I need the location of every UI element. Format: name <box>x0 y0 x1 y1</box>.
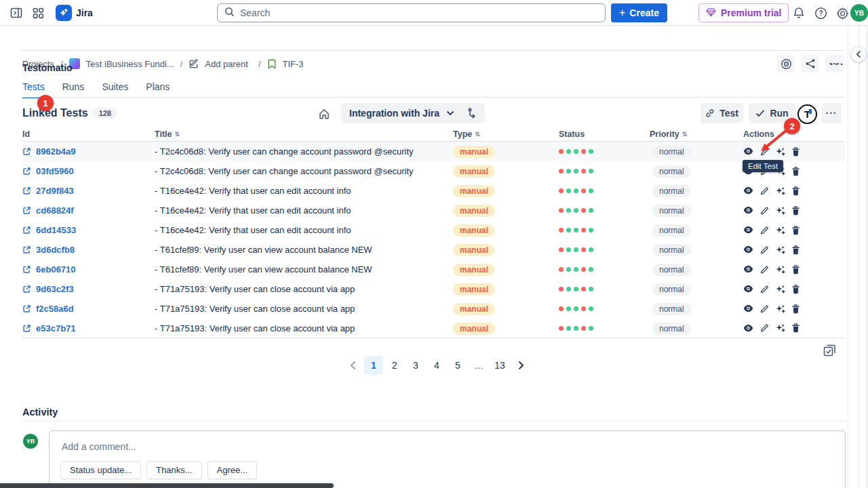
view-test-button[interactable] <box>743 206 753 215</box>
ai-sparkles-button[interactable] <box>775 206 785 216</box>
delete-test-button[interactable] <box>791 147 800 157</box>
pagination-prev-icon[interactable] <box>343 356 362 375</box>
status-dot-passed <box>574 188 578 193</box>
column-header-priority[interactable]: Priority⇅ <box>650 129 743 139</box>
sidebar-toggle-icon[interactable] <box>9 6 23 20</box>
ai-sparkles-button[interactable] <box>775 265 785 274</box>
status-dot-passed <box>566 169 571 174</box>
link-icon <box>705 108 715 118</box>
delete-test-button[interactable] <box>791 186 800 196</box>
delete-test-button[interactable] <box>791 304 800 314</box>
test-id-link[interactable]: 6dd14533 <box>36 225 76 235</box>
test-id-link[interactable]: 9d63c2f3 <box>36 284 74 294</box>
tab-plans[interactable]: Plans <box>146 81 170 98</box>
test-id-link[interactable]: 8962b4a9 <box>36 146 76 157</box>
edit-test-button[interactable] <box>760 323 769 333</box>
search-input[interactable] <box>240 7 598 18</box>
branch-icon[interactable] <box>468 108 477 119</box>
edit-test-tooltip: Edit Test <box>743 160 783 172</box>
edit-test-button[interactable] <box>760 265 769 274</box>
column-header-type[interactable]: Type⇅ <box>453 129 559 139</box>
link-test-button[interactable]: Test <box>701 103 743 123</box>
testomatio-logo-icon[interactable]: T <box>797 104 817 124</box>
external-link-icon <box>22 147 31 156</box>
view-test-button[interactable] <box>743 324 753 333</box>
delete-test-button[interactable] <box>791 285 800 294</box>
settings-gear-icon[interactable] <box>835 6 849 20</box>
delete-test-button[interactable] <box>791 206 800 216</box>
test-id-link[interactable]: 3d6dcfb8 <box>36 245 75 255</box>
breadcrumb-add-parent[interactable]: Add parent <box>205 59 248 69</box>
premium-trial-button[interactable]: Premium trial <box>698 3 789 22</box>
bulk-select-copy-icon[interactable] <box>822 343 837 358</box>
jira-logo-icon[interactable] <box>56 5 72 21</box>
pagination-page-1[interactable]: 1 <box>364 356 383 375</box>
create-button[interactable]: + Create <box>611 3 667 22</box>
edit-test-button[interactable] <box>760 186 769 196</box>
test-id-link[interactable]: f2c58a6d <box>36 304 74 314</box>
tab-runs[interactable]: Runs <box>62 81 85 98</box>
share-button[interactable] <box>802 55 819 73</box>
edit-test-button[interactable] <box>760 206 769 216</box>
type-badge: manual <box>453 283 495 296</box>
edit-test-button[interactable] <box>760 304 769 314</box>
user-avatar[interactable]: YB <box>850 4 868 22</box>
test-id-link[interactable]: 27d9f843 <box>36 186 74 196</box>
content-card-top-border <box>20 50 845 51</box>
external-link-icon <box>22 285 31 293</box>
breadcrumb-row: Projects / Test iBusiness Fundi... / Add… <box>0 26 868 50</box>
collapse-panel-icon[interactable] <box>850 46 867 62</box>
app-switcher-grid-icon[interactable] <box>31 6 45 20</box>
delete-test-button[interactable] <box>791 245 800 255</box>
breadcrumb-project[interactable]: Test iBusiness Fundi... <box>86 59 174 69</box>
status-dot-failed <box>581 306 586 311</box>
home-icon[interactable] <box>317 107 331 121</box>
ai-sparkles-button[interactable] <box>775 285 785 294</box>
ai-sparkles-button[interactable] <box>775 226 785 235</box>
tab-suites[interactable]: Suites <box>102 81 128 98</box>
pagination-page-2[interactable]: 2 <box>385 356 404 375</box>
status-dot-passed <box>589 228 593 232</box>
delete-test-button[interactable] <box>791 323 800 333</box>
ai-sparkles-button[interactable] <box>775 304 785 314</box>
pagination-page-3[interactable]: 3 <box>406 356 425 375</box>
delete-test-button[interactable] <box>791 226 800 235</box>
status-dot-failed <box>581 169 586 174</box>
view-test-button[interactable] <box>743 226 753 235</box>
delete-test-button[interactable] <box>791 265 800 274</box>
column-header-title[interactable]: Title⇅ <box>155 129 453 139</box>
pagination-next-icon[interactable] <box>511 356 530 375</box>
view-test-button[interactable] <box>743 285 753 293</box>
external-link-icon <box>22 167 31 176</box>
project-branch-selector[interactable]: Integration with Jira <box>341 103 485 123</box>
test-id-link[interactable]: e53c7b71 <box>36 323 76 333</box>
edit-test-button[interactable] <box>760 285 769 294</box>
global-search[interactable] <box>217 3 606 22</box>
test-id-link[interactable]: cd68824f <box>36 205 74 216</box>
watch-eye-button[interactable] <box>777 55 795 73</box>
ai-sparkles-button[interactable] <box>775 323 785 333</box>
breadcrumb-issue-key[interactable]: TIF-3 <box>283 59 304 69</box>
quick-reply-button[interactable]: Status update... <box>60 461 141 479</box>
panel-more-button[interactable]: ··· <box>830 58 845 70</box>
quick-reply-button[interactable]: Thanks... <box>146 461 201 479</box>
ai-sparkles-button[interactable] <box>775 245 785 255</box>
edit-test-button[interactable] <box>760 245 769 255</box>
comment-box[interactable]: Add a comment... Status update...Thanks.… <box>49 430 846 488</box>
help-icon[interactable]: ? <box>814 6 827 20</box>
delete-test-button[interactable] <box>791 167 800 176</box>
table-more-button[interactable]: ··· <box>821 103 842 123</box>
view-test-button[interactable] <box>743 265 753 274</box>
view-test-button[interactable] <box>743 186 753 195</box>
notifications-bell-icon[interactable] <box>792 6 806 20</box>
view-test-button[interactable] <box>743 304 753 313</box>
test-id-link[interactable]: 03fd5960 <box>36 166 74 176</box>
pagination-page-5[interactable]: 5 <box>448 356 467 375</box>
pagination-page-13[interactable]: 13 <box>490 356 509 375</box>
view-test-button[interactable] <box>743 245 753 254</box>
test-id-link[interactable]: 6eb06710 <box>36 264 76 274</box>
edit-test-button[interactable] <box>760 226 769 235</box>
quick-reply-button[interactable]: Agree... <box>208 461 258 479</box>
ai-sparkles-button[interactable] <box>775 186 785 196</box>
pagination-page-4[interactable]: 4 <box>427 356 446 375</box>
